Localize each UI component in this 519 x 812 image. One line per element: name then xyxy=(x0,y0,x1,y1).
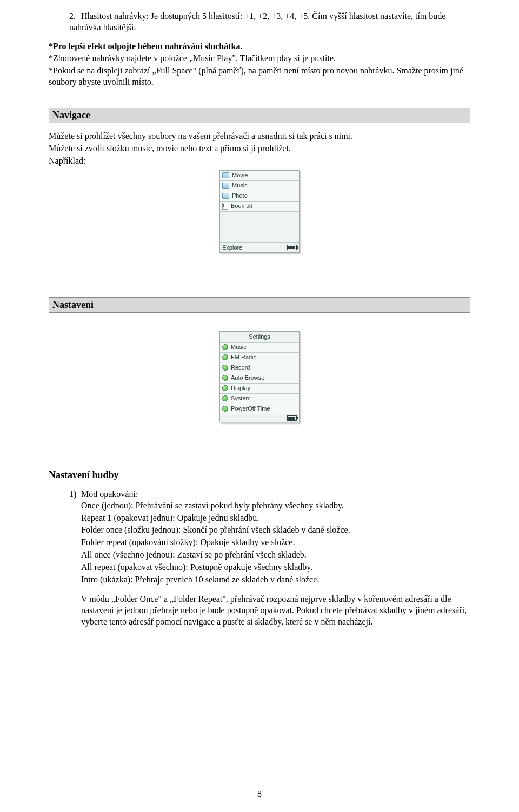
device-row: Book.txt xyxy=(220,202,299,212)
mode-line: Folder repeat (opakování složky): Opakuj… xyxy=(81,537,470,548)
row-label: FM Radio xyxy=(231,353,257,361)
row-label: Music xyxy=(232,182,248,189)
row-label: Music xyxy=(231,343,247,351)
mode-line: All once (všechno jednou): Zastaví se po… xyxy=(81,549,470,561)
device-title: Settings xyxy=(220,332,299,342)
file-icon xyxy=(222,203,228,210)
battery-icon xyxy=(287,415,297,421)
numbered-item-2: 2.Hlasitost nahrávky: Je dostupných 5 hl… xyxy=(69,11,470,33)
device-row: System xyxy=(220,394,299,404)
subheading-hudby: Nastavení hudby xyxy=(49,469,470,481)
device-row: Auto Browse xyxy=(220,373,299,384)
footer-label: Explore xyxy=(222,244,242,251)
dot-icon xyxy=(222,385,228,391)
row-label: Auto Browse xyxy=(231,374,264,381)
row-label: PowerOff Time xyxy=(231,405,270,412)
folder-icon xyxy=(222,193,229,199)
row-label: Record xyxy=(231,364,250,371)
row-label: Book.txt xyxy=(231,202,252,210)
navigace-p1: Můžete si prohlížet všechny soubory na v… xyxy=(49,131,470,142)
dot-icon xyxy=(222,406,228,412)
device-row: PowerOff Time xyxy=(220,404,299,414)
device-row-empty xyxy=(220,232,299,243)
settings-screenshot: Settings Music FM Radio Record Auto Brow… xyxy=(219,331,300,422)
section-navigace-heading: Navigace xyxy=(49,108,470,123)
dot-icon xyxy=(222,375,228,381)
dot-icon xyxy=(222,344,228,350)
navigace-p3: Například: xyxy=(49,156,470,167)
device-row: FM Radio xyxy=(220,353,299,363)
device-row-empty xyxy=(220,212,299,222)
folder-mode-note: V módu „Folder Once" a „Folder Repeat", … xyxy=(81,594,470,627)
dot-icon xyxy=(222,395,228,401)
device-footer: Explore xyxy=(220,243,299,252)
folder-icon xyxy=(222,183,229,189)
mode-line: Intro (ukázka): Přehraje prvních 10 seku… xyxy=(81,574,470,586)
mode-list: Once (jednou): Přehrávání se zastaví pok… xyxy=(81,500,470,628)
navigace-p2: Můžete si zvolit složku music, movie neb… xyxy=(49,143,470,155)
note-2: *Zhotovené nahrávky najdete v položce „M… xyxy=(49,53,470,64)
mode-line: All repeat (opakovat všechno): Postupně … xyxy=(81,562,470,573)
dot-icon xyxy=(222,354,228,360)
note-3: *Pokud se na displeji zobrazí „Full Spac… xyxy=(49,65,470,88)
mode-line: Once (jednou): Přehrávání se zastaví pok… xyxy=(81,500,470,512)
row-label: System xyxy=(231,394,251,402)
row-label: Display xyxy=(231,384,250,392)
mode-line: Folder once (složku jednou): Skončí po p… xyxy=(81,525,470,536)
item-label: Mód opakování: xyxy=(81,489,138,499)
device-row: Record xyxy=(220,363,299,373)
note-bold: *Pro lepší efekt odpojte během nahrávání… xyxy=(49,41,470,52)
folder-icon xyxy=(222,172,229,178)
device-row: Music xyxy=(220,181,299,191)
device-footer xyxy=(220,414,299,422)
explore-screenshot: Movie Music Photo Book.txt Explore xyxy=(219,170,300,253)
section-nastaveni-heading: Nastavení xyxy=(49,297,470,313)
row-label: Photo xyxy=(232,192,248,199)
mode-line: Repeat 1 (opakovat jednu): Opakuje jednu… xyxy=(81,513,470,524)
device-row: Movie xyxy=(220,171,299,181)
page-number: 8 xyxy=(0,789,519,800)
page: 2.Hlasitost nahrávky: Je dostupných 5 hl… xyxy=(0,0,519,812)
item-number: 1) xyxy=(69,489,81,500)
item-text: Hlasitost nahrávky: Je dostupných 5 hlas… xyxy=(69,11,445,32)
device-row: Photo xyxy=(220,191,299,202)
numbered-item-1: 1)Mód opakování: Once (jednou): Přehrává… xyxy=(69,489,470,628)
device-row-empty xyxy=(220,222,299,232)
device-row: Music xyxy=(220,343,299,353)
item-number: 2. xyxy=(69,11,81,22)
dot-icon xyxy=(222,365,228,371)
device-row: Display xyxy=(220,384,299,394)
battery-icon xyxy=(287,245,297,250)
row-label: Movie xyxy=(232,171,248,179)
